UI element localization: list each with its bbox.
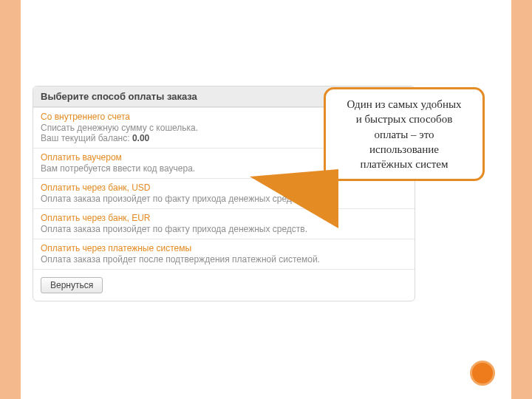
callout-line: платёжных систем: [332, 157, 477, 171]
panel-footer: Вернуться: [33, 269, 415, 301]
option-desc: Оплата заказа пройдет после подтверждени…: [41, 254, 407, 265]
decor-stripe-right: [511, 0, 532, 399]
payment-option-payment-systems[interactable]: Оплатить через платежные системы Оплата …: [33, 239, 415, 269]
option-desc-text: Списать денежную сумму с кошелька. Ваш т…: [41, 123, 198, 143]
option-title: Оплатить через банк, EUR: [41, 213, 407, 223]
callout-line: и быстрых способов: [332, 112, 477, 126]
callout-line: Один из самых удобных: [347, 98, 461, 110]
callout-line: оплаты – это: [332, 127, 477, 142]
option-desc: Оплата заказа произойдет по факту приход…: [41, 194, 407, 204]
balance-value: 0.00: [132, 133, 149, 143]
decor-stripe-left: [0, 0, 21, 399]
info-callout: Один из самых удобных и быстрых способов…: [324, 87, 485, 181]
option-title: Оплатить через платежные системы: [41, 243, 407, 253]
payment-option-bank-eur[interactable]: Оплатить через банк, EUR Оплата заказа п…: [33, 208, 415, 239]
option-title: Оплатить через банк, USD: [41, 183, 407, 193]
option-desc: Оплата заказа произойдет по факту приход…: [41, 224, 407, 234]
nav-dot[interactable]: [470, 361, 495, 386]
callout-line: использование: [332, 142, 477, 157]
back-button[interactable]: Вернуться: [41, 277, 103, 293]
payment-option-bank-usd[interactable]: Оплатить через банк, USD Оплата заказа п…: [33, 178, 415, 208]
